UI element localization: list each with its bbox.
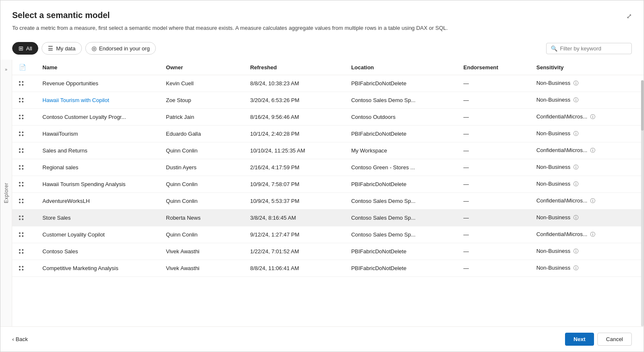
- sensitivity-info-icon[interactable]: ⓘ: [589, 231, 595, 237]
- row-location: My Workspace: [346, 142, 458, 159]
- tab-endorsed[interactable]: ◎ Endorsed in your org: [85, 42, 156, 55]
- sensitivity-info-icon[interactable]: ⓘ: [589, 147, 595, 153]
- row-endorsement: —: [458, 210, 531, 226]
- col-location-header: Location: [346, 60, 458, 75]
- row-endorsement: —: [458, 126, 531, 142]
- row-refreshed: 2/16/24, 4:17:59 PM: [245, 159, 346, 176]
- row-refreshed: 8/16/24, 9:56:46 AM: [245, 109, 346, 126]
- table-area: 📄 Name Owner Refreshed Location Endorsem…: [12, 60, 644, 326]
- sensitivity-info-icon[interactable]: ⓘ: [572, 97, 578, 103]
- row-owner: Roberta News: [161, 210, 245, 226]
- sensitivity-info-icon[interactable]: ⓘ: [572, 181, 578, 187]
- row-owner: Vivek Awasthi: [161, 260, 245, 277]
- dialog-footer: ‹ Back Next Cancel: [0, 326, 644, 352]
- table-row[interactable]: Competitive Marketing AnalysisVivek Awas…: [12, 260, 644, 277]
- row-name[interactable]: Competitive Marketing Analysis: [37, 260, 161, 277]
- table-row[interactable]: Store SalesRoberta News3/8/24, 8:16:45 A…: [12, 210, 644, 226]
- select-semantic-model-dialog: Select a semantic model ⤢ To create a me…: [0, 0, 644, 352]
- col-endorsement-header: Endorsement: [458, 60, 531, 75]
- row-name[interactable]: Hawaii Tourism with Copilot: [37, 92, 161, 109]
- row-location: PBIFabricDoNotDelete: [346, 75, 458, 92]
- sensitivity-info-icon[interactable]: ⓘ: [589, 198, 595, 204]
- expand-icon[interactable]: ⤢: [626, 12, 632, 20]
- row-refreshed: 9/12/24, 1:27:47 PM: [245, 226, 346, 243]
- row-name[interactable]: Regional sales: [37, 159, 161, 176]
- table-row[interactable]: Contoso Customer Loyalty Progr...Patrick…: [12, 109, 644, 126]
- row-name[interactable]: Customer Loyality Copilot: [37, 226, 161, 243]
- row-location: PBIFabricDoNotDelete: [346, 176, 458, 193]
- row-sensitivity: Confidential\Micros... ⓘ: [531, 193, 644, 210]
- row-owner: Patrick Jain: [161, 109, 245, 126]
- row-sensitivity: Non-Business ⓘ: [531, 75, 644, 92]
- row-owner: Quinn Conlin: [161, 176, 245, 193]
- row-icon-cell: [12, 142, 37, 159]
- row-refreshed: 3/8/24, 8:16:45 AM: [245, 210, 346, 226]
- row-sensitivity: Confidential\Micros... ⓘ: [531, 226, 644, 243]
- sensitivity-info-icon[interactable]: ⓘ: [589, 114, 595, 120]
- sensitivity-info-icon[interactable]: ⓘ: [572, 265, 578, 271]
- row-name[interactable]: Contoso Sales: [37, 243, 161, 260]
- row-name[interactable]: Sales and Returns: [37, 142, 161, 159]
- tab-endorsed-label: Endorsed in your org: [99, 45, 150, 52]
- sensitivity-info-icon[interactable]: ⓘ: [572, 164, 578, 170]
- endorsed-icon: ◎: [92, 45, 97, 52]
- row-sensitivity: Non-Business ⓘ: [531, 210, 644, 226]
- row-name[interactable]: Revenue Opportunities: [37, 75, 161, 92]
- row-name[interactable]: Hawaii Tourism Spending Analysis: [37, 176, 161, 193]
- tab-all[interactable]: ⊞ All: [12, 42, 38, 55]
- table-row[interactable]: Sales and ReturnsQuinn Conlin10/10/24, 1…: [12, 142, 644, 159]
- row-owner: Quinn Conlin: [161, 142, 245, 159]
- sensitivity-info-icon[interactable]: ⓘ: [572, 131, 578, 137]
- sensitivity-info-icon[interactable]: ⓘ: [572, 215, 578, 221]
- next-button[interactable]: Next: [565, 333, 594, 346]
- row-dots-icon: [19, 98, 24, 103]
- scrollbar-thumb[interactable]: [641, 80, 644, 131]
- row-refreshed: 8/8/24, 10:38:23 AM: [245, 75, 346, 92]
- dialog-title: Select a semantic model: [12, 11, 110, 20]
- row-icon-cell: [12, 260, 37, 277]
- keyword-filter-container: 🔍: [546, 43, 632, 54]
- row-dots-icon: [19, 249, 24, 254]
- explorer-sidebar[interactable]: » Explorer: [0, 60, 12, 326]
- row-name[interactable]: AdventureWorksLH: [37, 193, 161, 210]
- col-owner-header: Owner: [161, 60, 245, 75]
- row-dots-icon: [19, 165, 24, 170]
- filter-bar: ⊞ All ☰ My data ◎ Endorsed in your org 🔍: [0, 39, 644, 60]
- name-link[interactable]: Hawaii Tourism with Copilot: [42, 97, 109, 103]
- row-dots-icon: [19, 199, 24, 204]
- table-row[interactable]: AdventureWorksLHQuinn Conlin10/9/24, 5:5…: [12, 193, 644, 210]
- row-refreshed: 10/9/24, 5:53:37 PM: [245, 193, 346, 210]
- table-row[interactable]: Contoso SalesVivek Awasthi1/22/24, 7:01:…: [12, 243, 644, 260]
- row-name[interactable]: HawaiiTourism: [37, 126, 161, 142]
- tab-all-label: All: [26, 45, 32, 52]
- row-sensitivity: Non-Business ⓘ: [531, 159, 644, 176]
- back-button[interactable]: ‹ Back: [12, 336, 28, 342]
- row-owner: Eduardo Galla: [161, 126, 245, 142]
- col-sensitivity-header: Sensitivity: [531, 60, 644, 75]
- row-name[interactable]: Contoso Customer Loyalty Progr...: [37, 109, 161, 126]
- row-dots-icon: [19, 131, 24, 137]
- row-icon-cell: [12, 159, 37, 176]
- table-row[interactable]: Hawaii Tourism Spending AnalysisQuinn Co…: [12, 176, 644, 193]
- row-sensitivity: Non-Business ⓘ: [531, 243, 644, 260]
- row-name[interactable]: Store Sales: [37, 210, 161, 226]
- row-icon-cell: [12, 193, 37, 210]
- row-icon-cell: [12, 126, 37, 142]
- sensitivity-info-icon[interactable]: ⓘ: [572, 80, 578, 86]
- row-sensitivity: Non-Business ⓘ: [531, 126, 644, 142]
- tab-my-data[interactable]: ☰ My data: [42, 42, 81, 55]
- row-icon-cell: [12, 92, 37, 109]
- row-location: Contoso Sales Demo Sp...: [346, 193, 458, 210]
- table-row[interactable]: Hawaii Tourism with CopilotZoe Stoup3/20…: [12, 92, 644, 109]
- sensitivity-info-icon[interactable]: ⓘ: [572, 248, 578, 254]
- table-row[interactable]: HawaiiTourismEduardo Galla10/1/24, 2:40:…: [12, 126, 644, 142]
- scrollbar-track[interactable]: [641, 80, 644, 326]
- table-row[interactable]: Regional salesDustin Ayers2/16/24, 4:17:…: [12, 159, 644, 176]
- keyword-search-input[interactable]: [560, 45, 627, 52]
- row-dots-icon: [19, 115, 24, 120]
- row-endorsement: —: [458, 243, 531, 260]
- cancel-button[interactable]: Cancel: [597, 333, 632, 346]
- table-row[interactable]: Revenue OpportunitiesKevin Cuell8/8/24, …: [12, 75, 644, 92]
- table-row[interactable]: Customer Loyality CopilotQuinn Conlin9/1…: [12, 226, 644, 243]
- sidebar-chevron-icon: »: [5, 67, 8, 72]
